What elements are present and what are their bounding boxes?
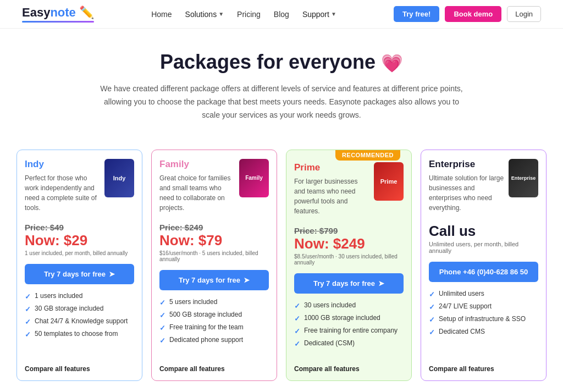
- family-feature-3: ✓ Dedicated phone support: [159, 336, 269, 345]
- nav-links: Home Solutions ▼ Pricing Blog Support ▼: [151, 10, 336, 19]
- enterprise-box: Enterprise: [509, 159, 538, 197]
- nav-support[interactable]: Support ▼: [302, 10, 336, 19]
- prime-features: ✓ 30 users included ✓ 1000 GB storage in…: [286, 299, 411, 358]
- prime-feature-1: ✓ 1000 GB storage included: [294, 314, 404, 323]
- enterprise-header-text: Enterprise Ultimate solution for large b…: [429, 159, 504, 213]
- support-chevron-icon: ▼: [331, 11, 336, 17]
- enterprise-title: Enterprise: [429, 159, 504, 170]
- family-features: ✓ 5 users included ✓ 500 GB storage incl…: [152, 296, 277, 358]
- family-compare: Compare all features: [152, 358, 277, 380]
- check-icon: ✓: [159, 324, 165, 332]
- nav-home[interactable]: Home: [151, 10, 172, 19]
- arrow-right-icon: ➤: [244, 276, 250, 284]
- check-icon: ✓: [429, 290, 435, 299]
- prime-title: Prime: [294, 162, 369, 173]
- indy-box: Indy: [104, 159, 134, 197]
- family-pricing: Price: $249 Now: $79 $16/user/month · 5 …: [152, 218, 277, 264]
- call-us-sub: Unlimited users, per month, billed annua…: [429, 241, 538, 254]
- prime-compare-link[interactable]: Compare all features: [294, 365, 360, 373]
- book-demo-button[interactable]: Book demo: [445, 6, 501, 22]
- check-icon: ✓: [25, 305, 31, 313]
- family-feature-2: ✓ Free training for the team: [159, 323, 269, 332]
- prime-box: Prime: [374, 162, 404, 201]
- indy-old-price: Price: $49: [25, 223, 134, 232]
- page-title: Packages for everyone 💗: [11, 51, 552, 74]
- indy-header: Indy Perfect for those who work independ…: [17, 150, 142, 218]
- family-box: Family: [239, 159, 269, 197]
- prime-new-price: Now: $249: [294, 235, 404, 252]
- family-title: Family: [159, 159, 235, 170]
- prime-compare: Compare all features: [286, 358, 411, 380]
- check-icon: ✓: [25, 318, 31, 326]
- prime-pricing: Price: $799 Now: $249 $8.5/user/month · …: [286, 222, 411, 268]
- indy-compare: Compare all features: [17, 358, 142, 380]
- family-feature-0: ✓ 5 users included: [159, 298, 269, 307]
- login-button[interactable]: Login: [507, 6, 541, 22]
- arrow-right-icon: ➤: [378, 279, 384, 288]
- plan-card-enterprise: Enterprise Ultimate solution for large b…: [421, 150, 547, 381]
- family-cta: Try 7 days for free ➤: [152, 264, 277, 296]
- check-icon: ✓: [294, 340, 300, 348]
- nav-solutions[interactable]: Solutions ▼: [185, 10, 224, 19]
- check-icon: ✓: [294, 327, 300, 335]
- enterprise-feature-0: ✓ Unlimited users: [429, 290, 538, 299]
- enterprise-compare: Compare all features: [421, 358, 546, 380]
- pricing-grid: Indy Perfect for those who work independ…: [16, 150, 547, 381]
- prime-cta: Try 7 days for free ➤: [286, 268, 411, 299]
- indy-image: Indy: [104, 159, 134, 197]
- prime-desc: For larger businesses and teams who need…: [294, 176, 369, 216]
- indy-try-button[interactable]: Try 7 days for free ➤: [25, 264, 134, 284]
- check-icon: ✓: [294, 302, 300, 310]
- family-desc: Great choice for families and small team…: [159, 173, 235, 213]
- family-new-price: Now: $79: [159, 232, 269, 249]
- family-header: Family Great choice for families and sma…: [152, 150, 277, 218]
- logo-text: Easynote ✏️: [22, 5, 94, 20]
- indy-header-text: Indy Perfect for those who work independ…: [25, 159, 100, 213]
- hero-section: Packages for everyone 💗 We have created …: [0, 29, 563, 133]
- check-icon: ✓: [429, 316, 435, 324]
- family-old-price: Price: $249: [159, 223, 269, 232]
- enterprise-call-us: Call us Unlimited users, per month, bill…: [421, 218, 546, 256]
- plan-card-family: Family Great choice for families and sma…: [151, 150, 277, 381]
- family-compare-link[interactable]: Compare all features: [159, 365, 225, 373]
- indy-pricing: Price: $49 Now: $29 1 user included, per…: [17, 218, 142, 258]
- pricing-section: Indy Perfect for those who work independ…: [0, 133, 563, 392]
- indy-desc: Perfect for those who work independently…: [25, 173, 100, 213]
- check-icon: ✓: [294, 314, 300, 323]
- nav-blog[interactable]: Blog: [274, 10, 289, 19]
- arrow-right-icon: ➤: [109, 270, 115, 278]
- check-icon: ✓: [25, 330, 31, 339]
- prime-try-button[interactable]: Try 7 days for free ➤: [294, 273, 404, 294]
- check-icon: ✓: [159, 336, 165, 345]
- enterprise-header: Enterprise Ultimate solution for large b…: [421, 150, 546, 218]
- prime-feature-0: ✓ 30 users included: [294, 301, 404, 310]
- recommended-badge: RECOMMENDED: [335, 150, 400, 161]
- plan-card-prime: RECOMMENDED Prime For larger businesses …: [286, 150, 412, 381]
- indy-feature-1: ✓ 30 GB storage included: [25, 305, 134, 313]
- plan-card-indy: Indy Perfect for those who work independ…: [16, 150, 142, 381]
- indy-cta: Try 7 days for free ➤: [17, 258, 142, 290]
- indy-price-sub: 1 user included, per month, billed annua…: [25, 250, 134, 256]
- prime-header-text: Prime For larger businesses and teams wh…: [294, 162, 369, 216]
- family-price-sub: $16/user/month · 5 users included, bille…: [159, 250, 269, 262]
- enterprise-desc: Ultimate solution for large businesses a…: [429, 173, 504, 213]
- family-feature-1: ✓ 500 GB storage included: [159, 311, 269, 319]
- try-free-button[interactable]: Try free!: [394, 6, 439, 22]
- enterprise-compare-link[interactable]: Compare all features: [429, 365, 494, 373]
- check-icon: ✓: [159, 311, 165, 319]
- nav-pricing[interactable]: Pricing: [237, 10, 261, 19]
- enterprise-image: Enterprise: [509, 159, 538, 197]
- nav-cta: Try free! Book demo Login: [394, 6, 541, 22]
- hero-description: We have created different package offers…: [100, 82, 463, 122]
- enterprise-cta: Phone +46 (0)40-628 86 50: [421, 256, 546, 288]
- family-try-button[interactable]: Try 7 days for free ➤: [159, 270, 269, 290]
- prime-feature-3: ✓ Dedicated (CSM): [294, 339, 404, 348]
- logo[interactable]: Easynote ✏️: [22, 5, 94, 23]
- indy-feature-3: ✓ 50 templates to choose from: [25, 330, 134, 339]
- heart-emoji: 💗: [381, 53, 403, 74]
- check-icon: ✓: [429, 303, 435, 311]
- prime-feature-2: ✓ Free training for entire company: [294, 327, 404, 335]
- indy-compare-link[interactable]: Compare all features: [25, 365, 90, 373]
- prime-price-sub: $8.5/user/month · 30 users included, bil…: [294, 253, 404, 266]
- enterprise-phone-button[interactable]: Phone +46 (0)40-628 86 50: [429, 262, 538, 282]
